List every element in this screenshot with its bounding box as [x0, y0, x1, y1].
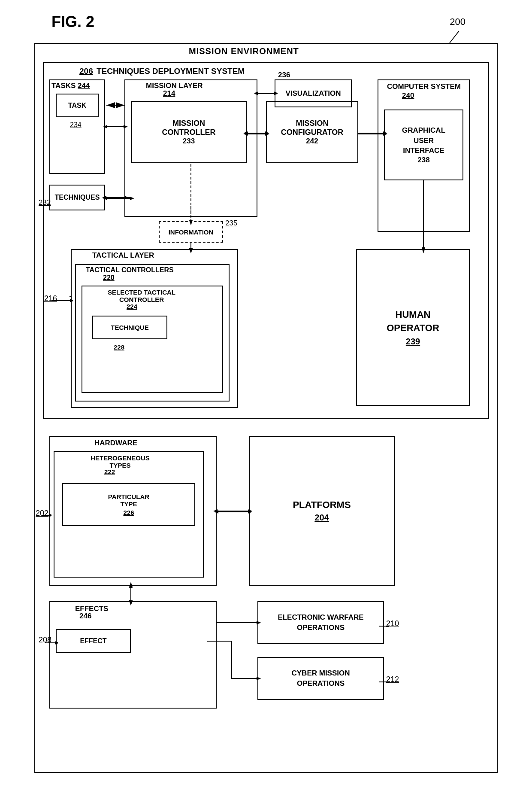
mission-configurator-ref: 242	[306, 137, 318, 146]
particular-type-ref: 226	[123, 509, 134, 516]
human-operator-box: HUMANOPERATOR 239	[356, 249, 470, 406]
cmo-arrow	[377, 678, 389, 686]
effects-ref: 246	[79, 612, 91, 621]
ewo-label: ELECTRONIC WARFAREOPERATIONS	[278, 612, 363, 633]
figure-number: 200	[450, 16, 466, 27]
stc-ref: 224	[127, 303, 137, 310]
tactical-layer-label: TACTICAL LAYER	[92, 251, 154, 260]
tactical-controllers-ref: 220	[103, 274, 115, 282]
human-operator-label: HUMANOPERATOR	[387, 308, 439, 335]
cmo-box: CYBER MISSIONOPERATIONS	[257, 657, 384, 700]
tl-ref-arrow	[51, 296, 73, 305]
effect-arrow	[45, 639, 58, 647]
technique-box: TECHNIQUE	[92, 316, 167, 339]
computer-system-ref: 240	[402, 91, 414, 100]
particular-type-label: PARTICULARTYPE	[108, 493, 149, 508]
techniques-label: TECHNIQUES	[55, 194, 100, 201]
figure-label: FIG. 2	[51, 13, 94, 31]
hardware-arrow	[42, 511, 51, 520]
svg-marker-35	[70, 299, 73, 302]
gui-ref: 238	[417, 156, 429, 164]
svg-line-0	[450, 31, 459, 43]
effect-inner-box: EFFECT	[56, 629, 131, 653]
hardware-label: HARDWARE	[94, 439, 137, 447]
technique-ref: 228	[114, 344, 124, 351]
task-label: TASK	[68, 102, 86, 110]
gui-box: GRAPHICALUSERINTERFACE 238	[384, 110, 463, 180]
task-ref: 234	[70, 121, 82, 129]
svg-marker-37	[49, 514, 51, 517]
mission-configurator-label: MISSIONCONFIGURATOR	[281, 119, 343, 137]
mission-configurator-box: MISSIONCONFIGURATOR 242	[266, 101, 358, 163]
information-label: INFORMATION	[169, 228, 214, 236]
mission-controller-label: MISSIONCONTROLLER	[162, 119, 216, 137]
mission-controller-box: MISSIONCONTROLLER 233	[131, 101, 247, 163]
techniques-box: TECHNIQUES	[49, 185, 105, 210]
effects-box	[49, 601, 217, 709]
visualization-ref: 236	[278, 71, 290, 79]
effect-label: EFFECT	[80, 637, 106, 645]
gui-label: GRAPHICALUSERINTERFACE	[402, 125, 445, 156]
human-operator-ref: 239	[406, 337, 420, 347]
mission-layer-ref: 214	[163, 89, 175, 98]
ewo-box: ELECTRONIC WARFAREOPERATIONS	[257, 601, 384, 644]
cmo-label: CYBER MISSIONOPERATIONS	[291, 668, 350, 689]
tds-label: TECHNIQUES DEPLOYMENT SYSTEM	[97, 67, 245, 76]
stc-label: SELECTED TACTICALCONTROLLER	[88, 289, 195, 303]
information-ref: 235	[225, 219, 237, 228]
page: FIG. 2 200	[0, 0, 532, 788]
ewo-arrow	[377, 622, 389, 630]
visualization-label: VISUALIZATION	[285, 89, 341, 98]
platforms-ref: 204	[314, 513, 329, 523]
het-types-ref: 222	[104, 468, 115, 475]
tds-ref: 206	[79, 67, 93, 76]
mission-controller-ref: 233	[183, 137, 195, 146]
tactical-controllers-label: TACTICAL CONTROLLERS	[86, 266, 174, 274]
task-box: TASK	[56, 94, 99, 117]
mission-environment-label: MISSION ENVIRONMENT	[189, 46, 299, 56]
particular-type-box: PARTICULARTYPE 226	[62, 483, 195, 526]
techniques-ref: 232	[39, 198, 51, 207]
tasks-label: TASKS 244	[51, 82, 90, 90]
het-types-label: HETEROGENEOUSTYPES	[71, 454, 169, 469]
information-box: INFORMATION	[159, 221, 223, 243]
mission-layer-label: MISSION LAYER	[146, 82, 203, 90]
technique-label: TECHNIQUE	[111, 324, 148, 331]
platforms-box: PLATFORMS 204	[249, 436, 395, 586]
svg-marker-39	[55, 641, 58, 645]
platforms-label: PLATFORMS	[293, 499, 351, 511]
computer-system-label: COMPUTER SYSTEM	[381, 82, 467, 91]
